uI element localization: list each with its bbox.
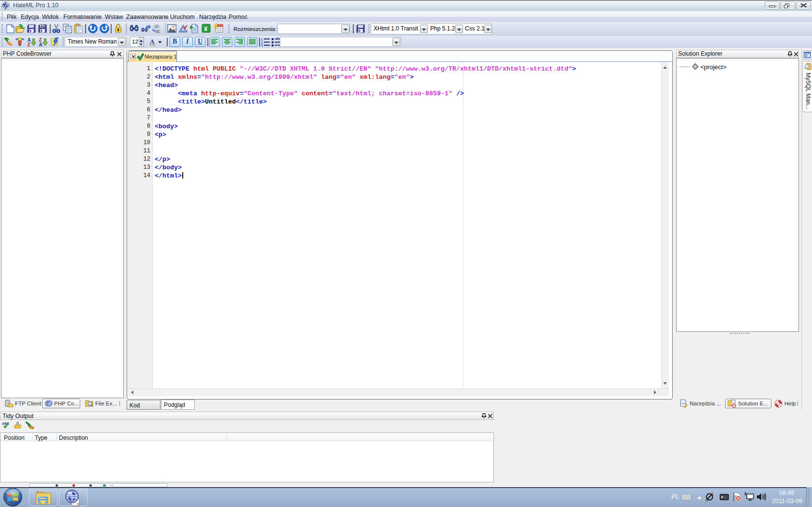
svg-text:AS: AS (41, 25, 45, 28)
svg-text:3: 3 (261, 44, 263, 47)
svg-text:A: A (150, 38, 155, 45)
svg-text:<h>: <h> (681, 402, 686, 405)
svg-text:Z: Z (28, 42, 30, 47)
svg-text:A: A (39, 42, 43, 47)
svg-text:PHP: PHP (46, 403, 50, 405)
svg-text:ac: ac (155, 28, 160, 33)
svg-text:¥: ¥ (204, 25, 208, 32)
